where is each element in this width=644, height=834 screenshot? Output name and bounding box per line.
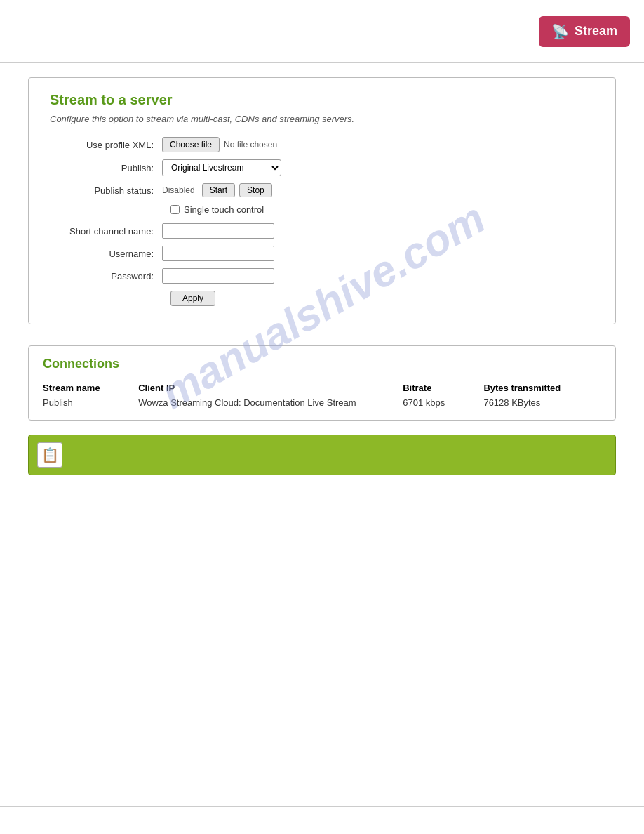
publish-status-value: Disabled <box>162 185 195 195</box>
stop-button[interactable]: Stop <box>239 183 272 197</box>
col-header-stream-name: Stream name <box>43 380 138 396</box>
green-toolbar: 📋 <box>28 435 616 475</box>
username-row: Username: <box>50 246 594 261</box>
connections-title: Connections <box>43 357 601 371</box>
col-header-bitrate: Bitrate <box>403 380 483 396</box>
cell-bitrate: 6701 kbps <box>403 396 483 409</box>
choose-file-button[interactable]: Choose file <box>162 137 220 152</box>
use-profile-xml-label: Use profile XML: <box>50 140 162 150</box>
server-box-subtitle: Configure this option to stream via mult… <box>50 114 594 124</box>
use-profile-xml-control: Choose file No file chosen <box>162 137 277 152</box>
header: 📡 Stream <box>0 0 644 63</box>
apply-row: Apply <box>170 291 594 306</box>
short-channel-name-control <box>162 223 274 239</box>
main-content: Stream to a server Configure this option… <box>0 63 644 510</box>
stream-badge: 📡 Stream <box>539 16 630 47</box>
short-channel-name-label: Short channel name: <box>50 226 162 237</box>
single-touch-row: Single touch control <box>170 204 594 215</box>
apply-button[interactable]: Apply <box>170 291 215 306</box>
password-label: Password: <box>50 271 162 282</box>
server-box: Stream to a server Configure this option… <box>28 77 616 324</box>
footer <box>0 806 644 834</box>
connections-table-header: Stream name Client IP Bitrate Bytes tran… <box>43 380 601 396</box>
use-profile-xml-row: Use profile XML: Choose file No file cho… <box>50 137 594 152</box>
stream-badge-label: Stream <box>575 24 617 39</box>
password-control <box>162 268 274 284</box>
publish-row: Publish: Original Livestream Custom RTMP… <box>50 159 594 176</box>
single-touch-label: Single touch control <box>184 204 264 215</box>
start-button[interactable]: Start <box>202 183 235 197</box>
publish-label: Publish: <box>50 163 162 173</box>
server-box-title: Stream to a server <box>50 92 594 108</box>
col-header-client-ip: Client IP <box>138 380 403 396</box>
publish-status-control: Disabled Start Stop <box>162 183 272 197</box>
col-header-bytes-transmitted: Bytes transmitted <box>483 380 601 396</box>
publish-select[interactable]: Original Livestream Custom RTMP Wowza St… <box>162 159 281 176</box>
password-input[interactable] <box>162 268 274 284</box>
table-row: Publish Wowza Streaming Cloud: Documenta… <box>43 396 601 409</box>
connections-box: Connections Stream name Client IP Bitrat… <box>28 345 616 421</box>
username-control <box>162 246 274 261</box>
cell-client-ip: Wowza Streaming Cloud: Documentation Liv… <box>138 396 403 409</box>
antenna-icon: 📡 <box>551 23 569 40</box>
single-touch-checkbox[interactable] <box>170 205 180 214</box>
connections-table: Stream name Client IP Bitrate Bytes tran… <box>43 380 601 409</box>
clipboard-icon-wrap[interactable]: 📋 <box>37 442 62 468</box>
no-file-text: No file chosen <box>224 140 277 150</box>
cell-stream-name: Publish <box>43 396 138 409</box>
short-channel-name-input[interactable] <box>162 223 274 239</box>
username-label: Username: <box>50 249 162 259</box>
publish-status-label: Publish status: <box>50 185 162 196</box>
short-channel-name-row: Short channel name: <box>50 223 594 239</box>
publish-control: Original Livestream Custom RTMP Wowza St… <box>162 159 281 176</box>
publish-status-row: Publish status: Disabled Start Stop <box>50 183 594 197</box>
cell-bytes-transmitted: 76128 KBytes <box>483 396 601 409</box>
username-input[interactable] <box>162 246 274 261</box>
clipboard-icon: 📋 <box>41 446 59 463</box>
password-row: Password: <box>50 268 594 284</box>
